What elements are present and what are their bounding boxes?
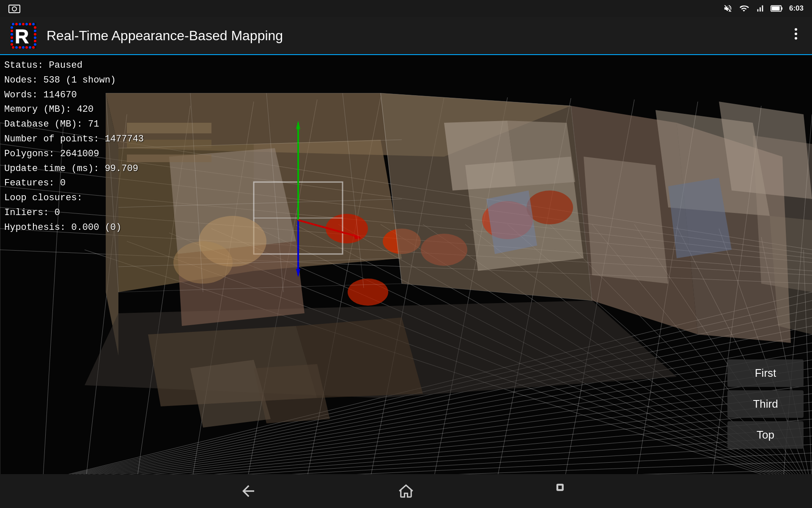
back-button[interactable] (236, 480, 260, 503)
stat-features: Features: 0 (4, 177, 144, 190)
svg-point-29 (34, 36, 36, 39)
svg-point-23 (11, 36, 13, 39)
battery-icon (771, 4, 783, 13)
home-button[interactable] (394, 480, 417, 503)
svg-text:R: R (15, 25, 29, 47)
app-bar: R Real-Time Appearance-Based Mapping (0, 17, 812, 55)
svg-point-22 (11, 33, 13, 36)
stat-update-time: Update time (ms): 99.709 (4, 163, 144, 176)
status-bar-right: 6:03 (723, 4, 804, 13)
svg-marker-127 (584, 157, 668, 284)
svg-point-6 (12, 23, 14, 25)
home-icon (397, 482, 415, 500)
svg-rect-153 (558, 485, 562, 490)
stat-nodes: Nodes: 538 (1 shown) (4, 74, 144, 87)
svg-marker-128 (444, 121, 516, 190)
svg-point-1 (12, 7, 16, 11)
app-title: Real-Time Appearance-Based Mapping (47, 28, 780, 44)
svg-point-27 (34, 30, 36, 32)
svg-point-19 (32, 46, 35, 49)
svg-point-20 (11, 26, 13, 29)
svg-point-133 (173, 241, 233, 284)
third-person-view-button[interactable]: Third (727, 390, 804, 418)
mute-icon (723, 4, 732, 13)
svg-point-18 (29, 46, 31, 49)
svg-point-13 (12, 46, 14, 49)
svg-point-25 (11, 43, 13, 46)
status-bar: 6:03 (0, 0, 812, 17)
recent-apps-button[interactable] (552, 480, 576, 503)
svg-point-21 (11, 30, 13, 32)
stat-status: Status: Paused (4, 59, 144, 72)
svg-point-24 (11, 40, 13, 42)
svg-marker-129 (508, 121, 575, 186)
recent-apps-icon (555, 482, 573, 500)
stat-memory: Memory (MB): 420 (4, 103, 144, 116)
first-person-view-button[interactable]: First (727, 359, 804, 387)
svg-rect-4 (772, 6, 780, 10)
wifi-icon (738, 4, 749, 13)
signal-icon (755, 4, 765, 13)
main-content: Status: Paused Nodes: 538 (1 shown) Word… (0, 55, 812, 474)
app-logo: R (8, 21, 38, 50)
svg-point-11 (29, 23, 31, 25)
stat-polygons: Polygons: 2641009 (4, 148, 144, 161)
svg-point-26 (34, 26, 36, 29)
viz-container[interactable]: Status: Paused Nodes: 538 (1 shown) Word… (0, 55, 812, 474)
stats-overlay: Status: Paused Nodes: 538 (1 shown) Word… (4, 59, 144, 235)
svg-rect-0 (9, 5, 20, 13)
stat-words: Words: 114670 (4, 89, 144, 102)
rtabmap-logo: R (10, 22, 37, 50)
svg-point-34 (795, 33, 797, 35)
svg-marker-140 (486, 190, 537, 254)
svg-point-30 (34, 40, 36, 42)
view-buttons-panel: First Third Top (727, 359, 804, 449)
stat-points: Number of points: 1477743 (4, 133, 144, 146)
svg-point-28 (34, 33, 36, 36)
top-view-button[interactable]: Top (727, 421, 804, 449)
svg-point-131 (527, 190, 573, 224)
svg-rect-3 (781, 7, 782, 10)
svg-point-107 (348, 279, 388, 306)
svg-point-33 (795, 28, 797, 30)
nav-bar (0, 474, 812, 508)
svg-point-35 (795, 37, 797, 39)
overflow-menu-button[interactable] (788, 26, 804, 45)
stat-loop-closures: Loop closures: (4, 192, 144, 205)
stat-database: Database (MB): 71 (4, 118, 144, 131)
stat-hypothesis: Hypothesis: 0.000 (0) (4, 221, 144, 235)
stat-inliers: Inliers: 0 (4, 207, 144, 220)
svg-point-12 (32, 23, 35, 25)
status-bar-left (8, 4, 20, 13)
status-time: 6:03 (789, 4, 804, 13)
back-icon (239, 482, 257, 500)
screenshot-icon (8, 4, 20, 13)
svg-marker-137 (254, 364, 330, 423)
svg-point-31 (34, 43, 36, 46)
